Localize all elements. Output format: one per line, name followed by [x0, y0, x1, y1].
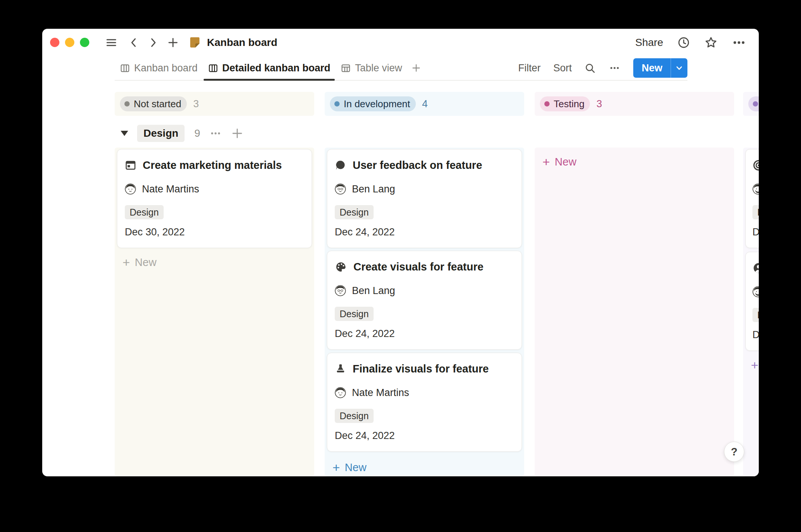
zoom-window-button[interactable]: [80, 38, 89, 47]
close-window-button[interactable]: [50, 38, 59, 47]
card-date: Dec 30, 2022: [125, 226, 304, 238]
new-card-button[interactable]: + New: [325, 460, 524, 475]
notion-window: Kanban board Share Kanban board Detailed…: [42, 29, 759, 476]
kanban-card[interactable]: Finalize visuals for feature Nate Martin…: [327, 353, 522, 452]
page-icon: [189, 36, 201, 49]
sidebar-toggle-icon[interactable]: [105, 36, 118, 49]
dartboard-icon: [752, 159, 759, 171]
view-options-dots-icon[interactable]: [609, 62, 621, 74]
card-date: Dec 24, 2022: [335, 430, 514, 442]
plus-icon: +: [751, 359, 758, 371]
column-header-in-development: In development 4: [325, 92, 524, 116]
status-pill-clipped: [748, 96, 759, 111]
kanban-card[interactable]: Design Dec 24, 2022: [745, 252, 759, 351]
status-dot: [753, 101, 758, 106]
view-tabbar: Kanban board Detailed kanban board Table…: [115, 56, 687, 81]
tag-design: Design: [752, 308, 759, 322]
tag-design: Design: [335, 409, 374, 423]
tab-kanban-board[interactable]: Kanban board: [115, 56, 203, 80]
column-count: 3: [596, 98, 602, 110]
tab-detailed-kanban-board[interactable]: Detailed kanban board: [203, 56, 336, 80]
status-pill-in-development: In development: [330, 96, 416, 111]
kanban-card[interactable]: Design Dec 24, 2022: [745, 149, 759, 248]
avatar: [752, 183, 759, 195]
group-options-dots-icon[interactable]: [209, 127, 222, 140]
kanban-card[interactable]: Create marketing materials Nate Martins …: [117, 149, 312, 248]
avatar: [752, 286, 759, 297]
tag-design: Design: [335, 205, 374, 219]
plus-icon: +: [123, 256, 130, 269]
column-count: 3: [193, 98, 199, 110]
collapse-triangle-icon[interactable]: [121, 131, 128, 136]
sort-button[interactable]: Sort: [553, 62, 572, 74]
column-in-development: User feedback on feature Ben Lang Design…: [325, 148, 524, 476]
share-button[interactable]: Share: [635, 37, 663, 49]
status-pill-not-started: Not started: [120, 96, 187, 111]
column-clipped: Design Dec 24, 2022: [743, 148, 759, 476]
group-row-design: Design 9: [115, 124, 244, 143]
page-title: Kanban board: [207, 37, 277, 49]
new-split-button: New: [633, 58, 687, 78]
speech-bubble-icon: [335, 160, 346, 171]
group-label: Design: [137, 125, 185, 142]
card-date: Dec 24, 2022: [752, 226, 759, 238]
new-button[interactable]: New: [633, 58, 671, 78]
status-dot: [334, 101, 340, 106]
more-options-icon[interactable]: [732, 35, 746, 50]
palette-icon: [335, 261, 347, 273]
window-titlebar: Kanban board Share: [42, 29, 759, 56]
filter-button[interactable]: Filter: [518, 62, 541, 74]
plus-icon: +: [542, 155, 550, 168]
status-dot: [544, 101, 550, 106]
new-card-button[interactable]: + New: [535, 154, 734, 169]
tag-design: Design: [125, 205, 164, 219]
column-header-testing: Testing 3: [535, 92, 734, 116]
search-icon[interactable]: [584, 62, 596, 74]
card-date: Dec 24, 2022: [335, 226, 514, 238]
column-count: 4: [422, 98, 428, 110]
new-dropdown-chevron-icon[interactable]: [671, 58, 687, 78]
person-bust-icon: [752, 262, 759, 274]
avatar: [335, 387, 346, 398]
favorite-star-icon[interactable]: [704, 36, 718, 49]
back-icon[interactable]: [128, 37, 139, 48]
avatar: [335, 285, 346, 296]
help-button[interactable]: ?: [724, 442, 744, 462]
tag-design: Design: [752, 205, 759, 219]
table-view-icon: [341, 63, 351, 73]
tag-design: Design: [335, 307, 374, 321]
storefront-icon: [125, 160, 136, 171]
card-date: Dec 24, 2022: [335, 328, 514, 340]
avatar: [125, 183, 136, 195]
column-not-started: Create marketing materials Nate Martins …: [115, 148, 314, 476]
new-card-button[interactable]: + New: [743, 358, 759, 372]
status-pill-testing: Testing: [540, 96, 590, 111]
tab-table-view[interactable]: Table view: [335, 56, 407, 80]
add-view-plus-icon[interactable]: [407, 63, 425, 73]
new-card-button[interactable]: + New: [115, 255, 314, 270]
board-view-icon: [120, 63, 130, 73]
avatar: [335, 183, 346, 195]
forward-icon[interactable]: [148, 37, 159, 48]
minimize-window-button[interactable]: [65, 38, 74, 47]
column-header-not-started: Not started 3: [115, 92, 314, 116]
history-clock-icon[interactable]: [677, 36, 690, 49]
stamp-icon: [335, 363, 346, 375]
kanban-card[interactable]: Create visuals for feature Ben Lang Desi…: [327, 251, 522, 350]
column-testing: + New: [535, 148, 734, 476]
kanban-card[interactable]: User feedback on feature Ben Lang Design…: [327, 149, 522, 248]
plus-icon: +: [333, 461, 340, 474]
board-view-icon: [208, 63, 218, 73]
card-date: Dec 24, 2022: [752, 329, 759, 341]
group-count: 9: [194, 127, 200, 139]
group-add-plus-icon[interactable]: [231, 127, 244, 140]
new-page-plus-icon[interactable]: [167, 37, 179, 49]
status-dot: [124, 101, 130, 106]
column-header-clipped: [743, 92, 759, 116]
